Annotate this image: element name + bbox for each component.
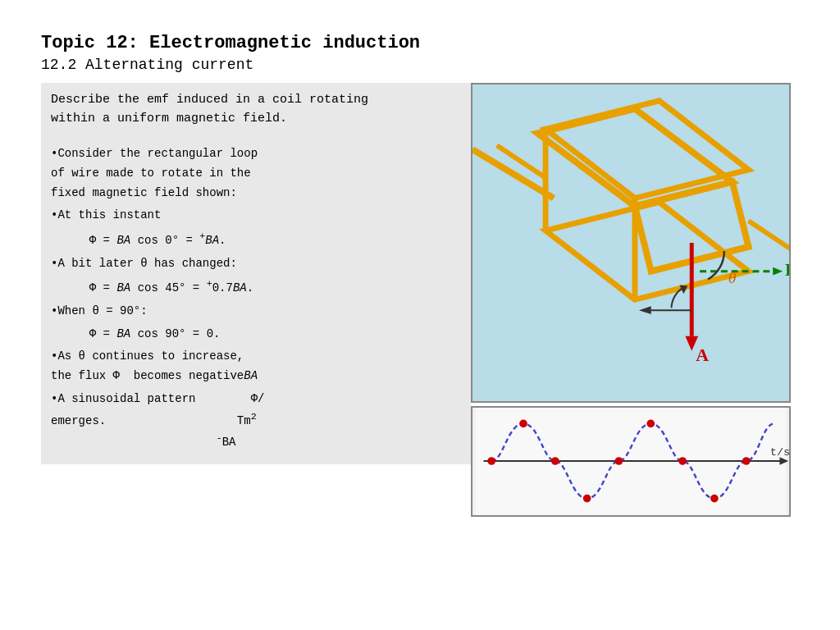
svg-line-7 xyxy=(497,145,546,178)
svg-point-23 xyxy=(487,457,495,465)
describe-text-2: within a uniform magnetic field. xyxy=(51,112,287,126)
bullet5: •As θ continues to increase, xyxy=(51,349,244,363)
svg-point-31 xyxy=(742,457,751,465)
formula3: Φ = BA cos 90° = 0. xyxy=(75,327,220,340)
svg-marker-10 xyxy=(773,267,783,276)
describe-text-1: Describe the emf induced in a coil rotat… xyxy=(51,93,368,107)
bullet6b: emerges. Tm2 xyxy=(51,414,257,427)
svg-text:A: A xyxy=(696,345,709,365)
formula2: Φ = BA cos 45° = +0.7BA. xyxy=(75,281,253,294)
svg-point-24 xyxy=(519,420,527,428)
bullet5c: the flux Φ becomes negativeBA xyxy=(51,369,258,382)
svg-text:B: B xyxy=(785,260,789,280)
bullet4: •When θ = 90°: xyxy=(51,304,148,317)
bullet1c: fixed magnetic field shown: xyxy=(51,186,237,199)
bullet2: •At this instant xyxy=(51,208,161,221)
content-box: •Consider the rectangular loop of wire m… xyxy=(41,136,471,464)
svg-point-28 xyxy=(646,420,655,428)
describe-box: Describe the emf induced in a coil rotat… xyxy=(41,83,471,136)
svg-text:t/s: t/s xyxy=(770,446,789,459)
svg-point-29 xyxy=(678,457,687,465)
svg-point-27 xyxy=(615,457,623,465)
svg-marker-15 xyxy=(639,306,651,314)
svg-text:θ: θ xyxy=(728,268,737,286)
page-subtitle: 12.2 Alternating current xyxy=(41,57,799,73)
bullet1b: of wire made to rotate in the xyxy=(51,167,251,180)
svg-line-8 xyxy=(749,221,789,253)
formula1: Φ = BA cos 0° = +BA. xyxy=(75,234,226,247)
svg-point-25 xyxy=(551,457,559,465)
bullet6: •A sinusoidal pattern Φ/ xyxy=(51,392,264,405)
graph-diagram: t/s xyxy=(471,406,791,517)
bullet3: •A bit later θ has changed: xyxy=(51,257,237,270)
svg-point-26 xyxy=(583,495,591,503)
coil-diagram: B A θ xyxy=(471,83,791,403)
neg-ba-label: -BA xyxy=(51,436,235,449)
page-title: Topic 12: Electromagnetic induction xyxy=(41,33,799,53)
svg-point-30 xyxy=(710,495,719,503)
bullet1: •Consider the rectangular loop xyxy=(51,147,258,160)
